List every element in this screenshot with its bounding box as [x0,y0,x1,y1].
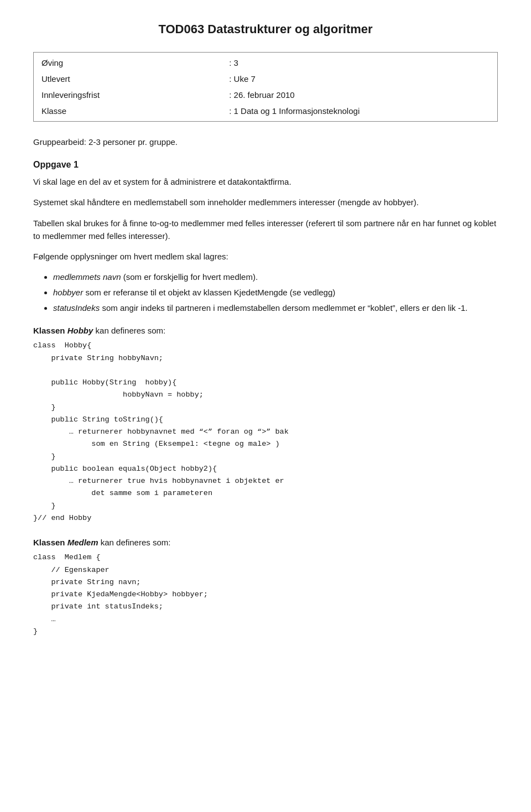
following-heading: Følgende opplysninger om hvert medlem sk… [33,250,498,263]
hobby-code-block: class Hobby{ private String hobbyNavn; p… [33,340,498,524]
medlem-class-suffix: kan defineres som: [98,538,171,547]
oppgave1-para1: Systemet skal håndtere en medlemstabell … [33,196,498,209]
list-item: medlemmets navn (som er forskjellig for … [53,270,498,284]
medlem-class-label-bold: Klassen Medlem [33,538,98,547]
table-row: Innleveringsfrist : 26. februar 2010 [34,87,498,103]
page-title: TOD063 Datastrukturer og algoritmer [33,22,498,37]
label-oving: Øving [34,53,222,71]
group-line: Gruppearbeid: 2-3 personer pr. gruppe. [33,137,498,147]
bullet-rest-3: som angir indeks til partneren i medlems… [100,303,467,313]
hobby-class-name: Hobby [67,326,93,335]
bullet-italic-3: statusIndeks [53,303,100,313]
info-table: Øving : 3 Utlevert : Uke 7 Innleveringsf… [33,52,498,122]
medlem-class-label: Klassen Medlem kan defineres som: [33,538,498,547]
hobby-class-label-bold: Klassen Hobby [33,326,93,335]
label-frist: Innleveringsfrist [34,87,222,103]
bullets-list: medlemmets navn (som er forskjellig for … [53,270,498,315]
hobby-class-suffix: kan defineres som: [93,326,165,335]
value-oving: : 3 [221,53,497,71]
value-utlevert: : Uke 7 [221,71,497,87]
bullet-italic-2: hobbyer [53,288,83,297]
bullet-italic-1: medlemmets navn [53,272,121,282]
label-klasse: Klasse [34,103,222,122]
value-frist: : 26. februar 2010 [221,87,497,103]
oppgave1-para2: Tabellen skal brukes for å finne to-og-t… [33,217,498,243]
label-utlevert: Utlevert [34,71,222,87]
list-item: statusIndeks som angir indeks til partne… [53,301,498,315]
value-klasse: : 1 Data og 1 Informasjonsteknologi [221,103,497,122]
table-row: Øving : 3 [34,53,498,71]
table-row: Klasse : 1 Data og 1 Informasjonsteknolo… [34,103,498,122]
bullet-rest-1: (som er forskjellig for hvert medlem). [121,272,258,282]
oppgave1-intro: Vi skal lage en del av et system for å a… [33,175,498,188]
medlem-class-name: Medlem [67,538,98,547]
list-item: hobbyer som er referanse til et objekt a… [53,286,498,299]
table-row: Utlevert : Uke 7 [34,71,498,87]
medlem-code-block: class Medlem { // Egenskaper private Str… [33,551,498,638]
oppgave1-heading: Oppgave 1 [33,160,498,170]
bullet-rest-2: som er referanse til et objekt av klasse… [83,288,335,297]
hobby-class-label: Klassen Hobby kan defineres som: [33,326,498,335]
